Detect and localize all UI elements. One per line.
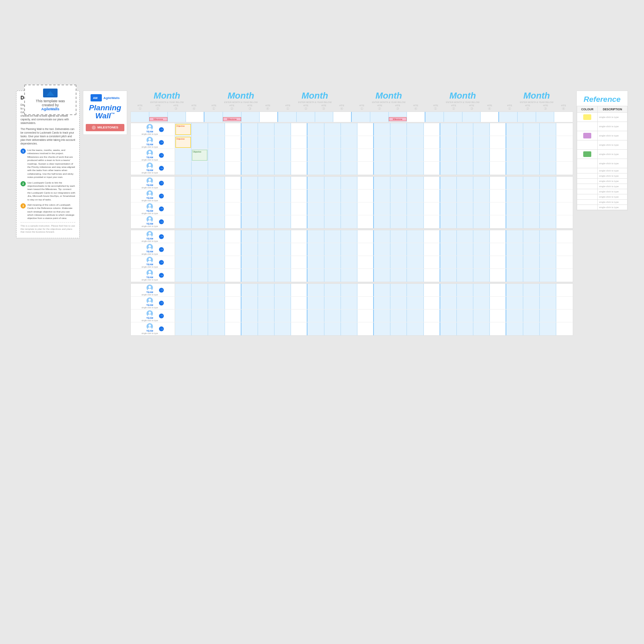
ref-desc-13[interactable]: single-click to type (598, 200, 627, 205)
month-col-6: Month ENTER MONTH & YEAR BELOW #ITE① #IT… (500, 91, 573, 111)
tg2-cell-8 (291, 136, 308, 149)
tg2-cell-21 (506, 136, 523, 149)
team-row-4-1: TEAM single-click to type → (131, 284, 573, 297)
week-3-4: #ITE④ (333, 104, 351, 111)
ms-cell-8 (260, 112, 278, 122)
month-label-5: Month (427, 91, 499, 101)
tg2-cell-2 (192, 136, 208, 149)
ref-desc-1[interactable]: single-click to type (598, 113, 627, 122)
svg-point-29 (149, 232, 151, 235)
team-cell-4-4: TEAM single-click to type → (131, 322, 175, 335)
tg3-cell-17 (440, 149, 457, 161)
team-expand-btn-1-4[interactable]: → (159, 166, 164, 171)
reference-table: COLOUR DESCRIPTION single-click to type (577, 106, 627, 210)
tg2-cell-3 (208, 136, 225, 149)
month-sub-1: ENTER MONTH & YEAR BELOW (131, 101, 203, 103)
week-row-3: #ITE① #ITE② #ITE③ #ITE④ (279, 104, 351, 111)
tg3-cell-23 (540, 149, 556, 161)
ref-row-2: single-click to type (577, 122, 627, 131)
team-info-1-4: TEAM single-click to type (142, 163, 158, 174)
ref-row-12: single-click to type (577, 194, 627, 200)
aw-logo: AW AgileWalls (91, 94, 120, 101)
ref-swatch-12 (577, 194, 598, 200)
team-expand-btn-1-1[interactable]: → (159, 127, 164, 132)
team-expand-btn-1-2[interactable]: → (159, 140, 164, 145)
week-2-2: #ITE② (223, 104, 241, 111)
month-col-4: Month ENTER MONTH & YEAR BELOW #ITE① #IT… (352, 91, 425, 111)
objective-cell-2[interactable]: Objective (175, 137, 191, 148)
ref-desc-14[interactable]: single-click to type (598, 205, 627, 210)
template-badge: This template was created by AgileWalls (24, 85, 76, 115)
week-5-2: #ITE② (445, 104, 462, 111)
ref-desc-8[interactable]: single-click to type (598, 173, 627, 179)
swatch-purple (583, 133, 591, 138)
team-group-1: TEAM single-click to type → Objective (130, 123, 573, 175)
team-info: TEAM single-click to type (142, 124, 158, 135)
aw-logo-text: AgileWalls (103, 96, 120, 100)
team-row-3-3: TEAM single-click to type → (131, 256, 573, 269)
tg-cell-1: Objective (175, 123, 192, 136)
team-row-4-4: TEAM single-click to type → (131, 322, 573, 335)
week-6-2: #ITE② (519, 104, 537, 111)
ref-row-9: single-click to type (577, 179, 627, 184)
instruction-text-3: Add meaning of the colors of Lucidspark … (27, 203, 75, 220)
ref-desc-3[interactable]: single-click to type (598, 131, 627, 140)
month-col-1: Month ENTER MONTH & YEAR BELOW #ITE① #IT… (130, 91, 204, 111)
instruction-number-3: 3 (21, 203, 26, 208)
instruction-number-1: 1 (21, 149, 26, 154)
reference-body: single-click to type single-click to typ… (577, 113, 627, 210)
ref-swatch-3 (577, 131, 598, 140)
tg2-cell-14 (390, 136, 407, 149)
ref-swatch-11 (577, 189, 598, 194)
tg2-cell-7 (275, 136, 291, 149)
week-1-1: #ITE① (131, 104, 149, 111)
team-cell-2-3: TEAM single-click to type → (131, 202, 175, 215)
svg-point-41 (149, 286, 151, 288)
swatch-empty-3 (583, 161, 591, 166)
grid-2-1 (175, 177, 573, 189)
ref-desc-2[interactable]: single-click to type (598, 122, 627, 131)
week-3-2: #ITE② (297, 104, 315, 111)
tg2-cell-20 (490, 136, 506, 149)
grid-2-4 (175, 215, 573, 228)
week-1-2: #ITE② (149, 104, 167, 111)
team-avatar-icon-1-4 (147, 163, 153, 169)
month-label-6: Month (501, 91, 572, 101)
team-avatar-icon-1-2 (147, 137, 153, 143)
ref-desc-11[interactable]: single-click to type (598, 189, 627, 194)
ref-row-7: single-click to type (577, 168, 627, 173)
team-row-1-1: TEAM single-click to type → Objective (131, 123, 573, 136)
tg3-cell-18 (457, 149, 473, 161)
ref-desc-5[interactable]: single-click to type (598, 150, 627, 159)
ref-row-14: single-click to type (577, 205, 627, 210)
objective-cell-3[interactable]: Objective (192, 150, 207, 161)
tg3-cell-5 (242, 149, 258, 161)
ref-desc-7[interactable]: single-click to type (598, 168, 627, 173)
team-expand-btn-1-3[interactable]: → (159, 153, 164, 158)
team-grid-1-4 (175, 162, 573, 175)
week-3-3: #ITE③ (315, 104, 333, 111)
week-6-4: #ITE④ (555, 104, 572, 111)
objective-cell-1[interactable]: Objective (175, 124, 191, 135)
ref-desc-12[interactable]: single-click to type (598, 194, 627, 200)
team-row-3-1: TEAM single-click to type → (131, 230, 573, 243)
week-6-3: #ITE③ (537, 104, 555, 111)
ref-row-11: single-click to type (577, 189, 627, 194)
ref-desc-9[interactable]: single-click to type (598, 179, 627, 184)
grid-3-1 (175, 230, 573, 243)
month-label-3: Month (279, 91, 351, 101)
milestone-marker-2: Milestone (223, 117, 241, 121)
ref-col-color: COLOUR (577, 106, 598, 113)
team-cell-3-3: TEAM single-click to type → (131, 256, 175, 268)
ref-desc-6[interactable]: single-click to type (598, 159, 627, 168)
swatch-yellow (583, 114, 591, 120)
ref-desc-4[interactable]: single-click to type (598, 140, 627, 150)
week-2-4: #ITE④ (259, 104, 277, 111)
week-5-1: #ITE① (427, 104, 445, 111)
ref-desc-10[interactable]: single-click to type (598, 184, 627, 189)
instructions-footer-wrapper: This is a sample instruction. Please fee… (21, 222, 75, 234)
swatch-empty-2 (583, 142, 591, 148)
week-row-2: #ITE① #ITE② #ITE③ #ITE④ (205, 104, 277, 111)
team-cell-3-4: TEAM single-click to type → (131, 269, 175, 282)
milestones-row: Milestone Milestone (130, 111, 573, 122)
